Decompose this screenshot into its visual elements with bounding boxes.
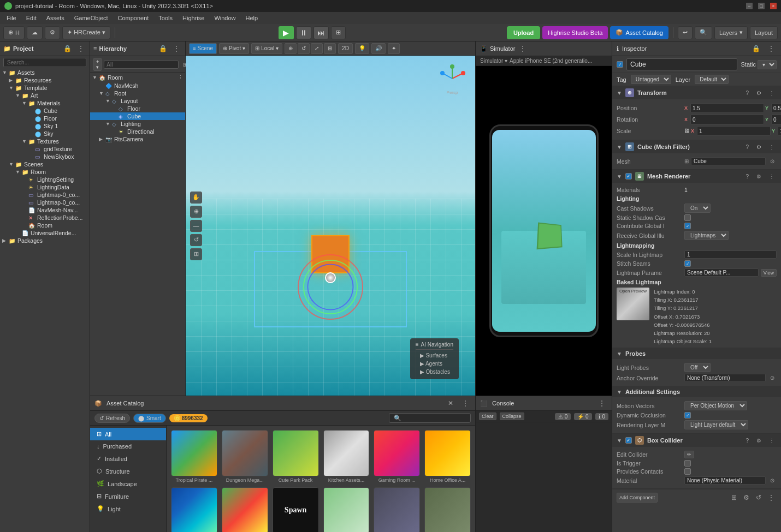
scale-x[interactable] [697, 126, 771, 136]
rot-y[interactable] [771, 115, 781, 124]
mesh-filter-menu-btn[interactable]: ⋮ [767, 143, 777, 151]
box-collider-header[interactable]: ▼ ✓ ⬡ Box Collider ? ⚙ ⋮ [612, 434, 781, 447]
scale-tool-btn[interactable]: ⤢ [311, 43, 323, 54]
hier-rtscamera[interactable]: ▶📷RtsCamera [90, 135, 185, 143]
scale-y[interactable] [778, 126, 781, 136]
search-btn[interactable]: 🔍 [695, 26, 712, 39]
add-component-btn[interactable]: Add Component [617, 493, 658, 503]
tree-lighting-data[interactable]: ☀LightingData [0, 183, 90, 191]
hier-navmesh[interactable]: 🔷NavMesh [90, 82, 185, 89]
close-button[interactable]: × [770, 3, 777, 9]
scene-tab[interactable]: ≡ Scene [189, 43, 217, 54]
project-lock-btn[interactable]: 🔒 [61, 44, 74, 53]
tree-materials[interactable]: ▼📁Materials [0, 99, 90, 107]
hierarchy-lock-btn[interactable]: 🔒 [157, 44, 169, 53]
undo-history-btn[interactable]: ↩ [678, 26, 693, 39]
scale-lightmap-input[interactable] [684, 250, 777, 259]
mesh-filter-header[interactable]: ▼ ⊞ Cube (Mesh Filter) ? ⚙ ⋮ [612, 140, 781, 153]
menu-component[interactable]: Component [113, 14, 153, 22]
hierarchy-menu-btn[interactable]: ⋮ [171, 44, 182, 53]
tree-skybox-tex[interactable]: ▭NewSkybox [0, 153, 90, 160]
minimize-button[interactable]: − [746, 3, 753, 9]
zoom-in-btn[interactable]: ⊕ [190, 206, 202, 218]
nav-surfaces[interactable]: ▶ Surfaces [416, 351, 453, 360]
catalog-smart-btn[interactable]: ⬤ Smart [133, 414, 166, 423]
pos-y[interactable] [771, 103, 781, 113]
upload-button[interactable]: Upload [507, 26, 540, 39]
fx-toggle-btn[interactable]: ✦ [388, 43, 400, 54]
mesh-filter-help-btn[interactable]: ? [743, 143, 751, 151]
rendering-layer-select[interactable]: Light Layer default [684, 420, 748, 429]
tree-lightmap1[interactable]: ▭Lightmap-0_co... [0, 191, 90, 199]
provides-contacts-checkbox[interactable] [684, 468, 691, 475]
tree-room-folder[interactable]: ▼📁Room [0, 168, 90, 176]
edit-collider-btn[interactable]: ✏ [684, 451, 694, 458]
catalog-item-dungeon[interactable]: Dungeon Mega... [222, 430, 268, 483]
catalog-nav-all[interactable]: ⊞ All [90, 428, 166, 440]
is-trigger-checkbox[interactable] [684, 460, 691, 467]
project-search-input[interactable] [3, 58, 86, 67]
stitch-seams-checkbox[interactable]: ✓ [684, 260, 691, 267]
mesh-renderer-settings-btn[interactable]: ⚙ [754, 172, 764, 181]
console-menu-btn[interactable]: ⋮ [596, 398, 607, 408]
menu-gameobject[interactable]: GameObject [70, 14, 113, 22]
hier-directional[interactable]: ☀Directional [90, 128, 185, 135]
lightmap-params-view-btn[interactable]: View [761, 269, 777, 277]
mesh-renderer-menu-btn[interactable]: ⋮ [767, 172, 777, 181]
tree-room-scene[interactable]: 🏠Room [0, 222, 90, 229]
hier-root[interactable]: ▼◇Root [90, 89, 185, 97]
hrcreate-btn[interactable]: ✦ HRCreate ▾ [62, 26, 110, 39]
tree-resources[interactable]: ▶📁Resources [0, 76, 90, 84]
hier-lighting[interactable]: ▼◇Lighting [90, 120, 185, 128]
static-dropdown[interactable]: ▾ [758, 60, 777, 69]
catalog-item-kitchen[interactable]: Kitchen Assets... [323, 430, 370, 483]
catalog-nav-light[interactable]: 💡 Light [90, 503, 166, 515]
rotate-tool-btn[interactable]: ↺ [298, 43, 310, 54]
settings-btn[interactable]: ⚙ [45, 26, 60, 39]
probes-header[interactable]: ▼ Probes [612, 348, 781, 359]
catalog-item-gaming[interactable]: Gaming Room ... [374, 430, 420, 483]
catalog-item-office[interactable]: Home Office A... [424, 430, 471, 483]
menu-tools[interactable]: Tools [154, 14, 177, 22]
box-collider-checkbox[interactable]: ✓ [625, 437, 632, 444]
pos-x[interactable] [690, 103, 764, 113]
nav-agents[interactable]: ▶ Agents [416, 360, 453, 368]
catalog-item-extra1[interactable] [374, 487, 420, 532]
tree-navmesh-nav[interactable]: 📄NavMesh-Nav... [0, 206, 90, 214]
transform-header[interactable]: ▼ ⊕ Transform ? ⚙ ⋮ [612, 86, 781, 99]
highrise-studio-button[interactable]: Highrise Studio Beta [542, 26, 608, 39]
tree-sky-mat[interactable]: ⬤Sky [0, 130, 90, 138]
nav-obstacles[interactable]: ▶ Obstacles [416, 368, 453, 376]
box-collider-settings-btn[interactable]: ⚙ [754, 437, 764, 445]
tree-assets[interactable]: ▼📁Assets [0, 69, 90, 76]
rotate-scene-btn[interactable]: ↺ [190, 234, 202, 246]
transform-settings-btn[interactable]: ⚙ [754, 89, 764, 97]
tree-grid-tex[interactable]: ▭gridTexture [0, 145, 90, 153]
tree-textures[interactable]: ▼📁Textures [0, 138, 90, 145]
layer-select[interactable]: Default [695, 75, 729, 84]
box-collider-menu-btn[interactable]: ⋮ [767, 437, 777, 445]
tree-template[interactable]: ▼📁Template [0, 84, 90, 92]
catalog-search-input[interactable] [389, 413, 471, 423]
project-menu-btn[interactable]: ⋮ [75, 44, 86, 53]
inspector-bottom-btn4[interactable]: ⋮ [766, 493, 777, 503]
cloud-btn[interactable]: ☁ [27, 26, 43, 39]
inspector-bottom-btn1[interactable]: ⊞ [729, 493, 739, 503]
tag-select[interactable]: Untagged [631, 75, 671, 84]
menu-assets[interactable]: Assets [42, 14, 69, 22]
tree-reflection-probe[interactable]: ✕ReflectionProbe... [0, 214, 90, 222]
tree-scenes[interactable]: ▼📁Scenes [0, 160, 90, 168]
inspector-bottom-btn2[interactable]: ⚙ [741, 493, 752, 503]
catalog-nav-installed[interactable]: ✓ Installed [90, 452, 166, 465]
tree-art[interactable]: ▼📁Art [0, 92, 90, 99]
transform-tool-btn[interactable]: ⊞ [324, 43, 336, 54]
console-collapse-btn[interactable]: Collapse [500, 413, 524, 420]
layers-btn[interactable]: Layers ▾ [714, 26, 748, 39]
hand-scene-btn[interactable]: ✋ [190, 192, 202, 204]
hierarchy-search-input[interactable] [104, 61, 179, 69]
box-collider-help-btn[interactable]: ? [743, 437, 751, 445]
catalog-item-extra2[interactable] [424, 487, 471, 532]
2d-btn[interactable]: 2D [338, 43, 353, 54]
cast-shadows-select[interactable]: On [684, 204, 711, 213]
catalog-item-aurora[interactable]: Aurora Pack [171, 487, 217, 532]
